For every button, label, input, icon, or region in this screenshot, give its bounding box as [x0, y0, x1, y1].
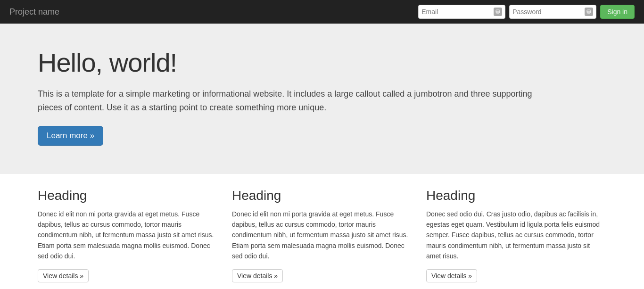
jumbotron: Hello, world! This is a template for a s… — [0, 24, 644, 174]
column-3-view-details-button[interactable]: View details » — [426, 269, 477, 282]
jumbotron-heading: Hello, world! — [38, 47, 606, 78]
columns: Heading Donec id elit non mi porta gravi… — [38, 188, 606, 282]
email-input[interactable] — [421, 8, 494, 16]
content-area: Heading Donec id elit non mi porta gravi… — [0, 174, 644, 289]
column-3-body: Donec sed odio dui. Cras justo odio, dap… — [426, 209, 606, 262]
column-3: Heading Donec sed odio dui. Cras justo o… — [426, 188, 606, 282]
navbar: Project name Sign in — [0, 0, 644, 24]
signin-button[interactable]: Sign in — [600, 5, 635, 19]
column-1-view-details-button[interactable]: View details » — [38, 269, 89, 282]
column-1-body: Donec id elit non mi porta gravida at eg… — [38, 209, 218, 262]
column-2-body: Donec id elit non mi porta gravida at eg… — [232, 209, 412, 262]
column-2-heading: Heading — [232, 188, 412, 203]
navbar-right: Sign in — [418, 5, 635, 19]
column-1-heading: Heading — [38, 188, 218, 203]
password-input[interactable] — [512, 8, 585, 16]
jumbotron-description: This is a template for a simple marketin… — [38, 87, 556, 115]
column-3-heading: Heading — [426, 188, 606, 203]
password-kbd-icon — [585, 8, 593, 16]
column-1: Heading Donec id elit non mi porta gravi… — [38, 188, 218, 282]
column-2-view-details-button[interactable]: View details » — [232, 269, 283, 282]
email-input-wrapper[interactable] — [418, 5, 505, 19]
email-kbd-icon — [494, 8, 502, 16]
column-2: Heading Donec id elit non mi porta gravi… — [232, 188, 412, 282]
navbar-brand[interactable]: Project name — [9, 7, 59, 17]
learn-more-button[interactable]: Learn more » — [38, 126, 103, 146]
password-input-wrapper[interactable] — [509, 5, 596, 19]
